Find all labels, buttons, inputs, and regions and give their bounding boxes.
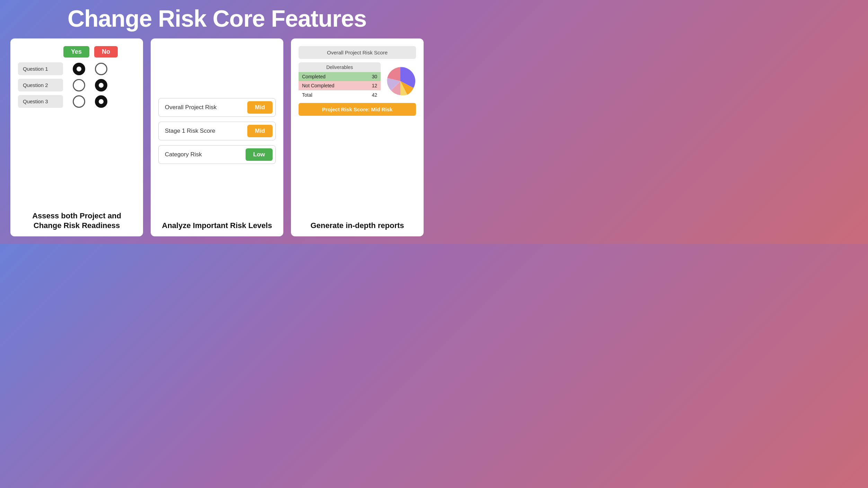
card-analyze: Overall Project Risk Mid Stage 1 Risk Sc… (151, 38, 283, 236)
del-label-notcompleted: Not Completed (302, 83, 334, 88)
radio-no-2[interactable] (95, 79, 107, 92)
yes-button[interactable]: Yes (63, 46, 89, 58)
cards-row: Yes No Question 1 Question 2 (10, 38, 424, 236)
question-1-label: Question 1 (18, 62, 63, 75)
risk-badge-category: Low (246, 148, 273, 161)
deliverables-header: Deliverables (299, 62, 381, 72)
card3-caption: Generate in-depth reports (310, 221, 404, 230)
risk-badge-stage1: Mid (247, 125, 273, 137)
page-wrapper: Change Risk Core Features Yes No Questio… (0, 0, 434, 244)
table-row: Question 3 (18, 95, 135, 108)
del-label-completed: Completed (302, 74, 326, 79)
risk-label-overall: Overall Project Risk (159, 104, 247, 111)
risk-label-stage1: Stage 1 Risk Score (159, 128, 247, 134)
deliverables-section: Deliverables Completed 30 Not Completed … (299, 62, 416, 99)
table-row: Completed 30 (299, 72, 381, 81)
table-row: Total 42 (299, 90, 381, 99)
card1-caption: Assess both Project and Change Risk Read… (18, 211, 135, 230)
question-rows: Question 1 Question 2 Question (18, 62, 135, 206)
table-row: Question 2 (18, 79, 135, 92)
del-value-total: 42 (372, 92, 377, 98)
table-row: Not Completed 12 (299, 81, 381, 90)
radio-yes-1[interactable] (73, 63, 85, 75)
risk-label-category: Category Risk (159, 151, 246, 158)
card-assess: Yes No Question 1 Question 2 (10, 38, 143, 236)
risk-rows: Overall Project Risk Mid Stage 1 Risk Sc… (158, 46, 276, 216)
table-row: Question 1 (18, 62, 135, 75)
radio-yes-3[interactable] (73, 95, 85, 108)
del-label-total: Total (302, 92, 312, 98)
radio-group-1 (73, 63, 107, 75)
project-risk-badge: Project Risk Score: Mid Risk (299, 103, 416, 116)
radio-group-3 (73, 95, 107, 108)
card2-caption: Analyze Important Risk Levels (162, 221, 272, 230)
card1-header: Yes No (63, 46, 118, 58)
list-item: Overall Project Risk Mid (158, 98, 276, 117)
radio-group-2 (73, 79, 107, 92)
pie-chart (385, 66, 416, 97)
card3-inner: Overall Project Risk Score Deliverables … (299, 46, 416, 216)
list-item: Stage 1 Risk Score Mid (158, 122, 276, 140)
radio-no-3[interactable] (95, 95, 107, 108)
score-header: Overall Project Risk Score (299, 46, 416, 59)
question-2-label: Question 2 (18, 79, 63, 92)
question-3-label: Question 3 (18, 95, 63, 108)
risk-badge-overall: Mid (247, 101, 273, 114)
no-button[interactable]: No (94, 46, 118, 58)
radio-yes-2[interactable] (73, 79, 85, 92)
page-title: Change Risk Core Features (68, 6, 366, 31)
pie-chart-svg (385, 66, 416, 97)
del-value-completed: 30 (372, 74, 377, 79)
deliverables-table: Deliverables Completed 30 Not Completed … (299, 62, 381, 99)
radio-no-1[interactable] (95, 63, 107, 75)
list-item: Category Risk Low (158, 145, 276, 164)
card-reports: Overall Project Risk Score Deliverables … (291, 38, 424, 236)
del-value-notcompleted: 12 (372, 83, 377, 88)
